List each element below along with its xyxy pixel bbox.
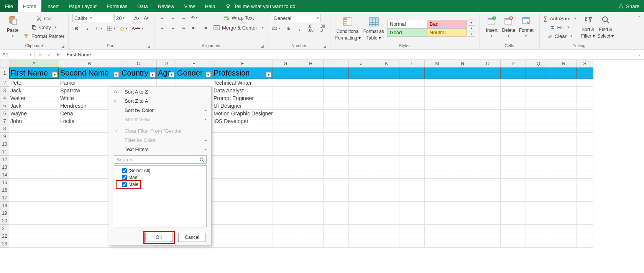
cell-P7[interactable]: [501, 117, 526, 125]
cell-Q20[interactable]: [526, 217, 551, 225]
copy-button[interactable]: Copy▾: [24, 23, 64, 31]
cell-M22[interactable]: [425, 232, 450, 240]
cell-H20[interactable]: [298, 217, 324, 225]
row-header-14[interactable]: 14: [0, 171, 9, 179]
tab-view[interactable]: View: [179, 0, 200, 12]
cell-N5[interactable]: [450, 102, 475, 110]
cell-L15[interactable]: [399, 179, 425, 186]
row-header-16[interactable]: 16: [0, 186, 9, 194]
cell-O14[interactable]: [475, 171, 501, 179]
tab-formulas[interactable]: Formulas: [102, 0, 132, 12]
column-header-M[interactable]: M: [425, 60, 450, 67]
cell-N17[interactable]: [450, 194, 475, 202]
cell-F17[interactable]: [212, 194, 273, 202]
select-all-corner[interactable]: [0, 60, 9, 67]
cell-O4[interactable]: [475, 94, 501, 102]
cell-I10[interactable]: [324, 140, 349, 148]
cell-F14[interactable]: [212, 171, 273, 179]
row-header-4[interactable]: 4: [0, 94, 9, 102]
cell-G1[interactable]: [273, 67, 298, 79]
cell-G16[interactable]: [273, 186, 298, 194]
cell-G8[interactable]: [273, 125, 298, 133]
cell-G23[interactable]: [273, 240, 298, 248]
sort-filter-button[interactable]: Sort & Filter ▾: [579, 14, 597, 39]
cell-M21[interactable]: [425, 225, 450, 232]
styles-more[interactable]: ▿: [468, 31, 475, 37]
cell-style-bad[interactable]: Bad: [427, 20, 467, 28]
cell-N19[interactable]: [450, 209, 475, 217]
cell-G20[interactable]: [273, 217, 298, 225]
row-header-23[interactable]: 23: [0, 240, 9, 248]
cell-L1[interactable]: [399, 67, 425, 79]
column-header-G[interactable]: G: [273, 60, 298, 67]
cell-J1[interactable]: [349, 67, 374, 79]
cell-R2[interactable]: [551, 79, 577, 87]
tab-file[interactable]: File: [0, 0, 18, 12]
cell-Q2[interactable]: [526, 79, 551, 87]
cell-R16[interactable]: [551, 186, 577, 194]
cell-F7[interactable]: iOS Developer: [212, 117, 273, 125]
row-header-3[interactable]: 3: [0, 87, 9, 94]
cell-F15[interactable]: [212, 179, 273, 186]
cell-S13[interactable]: [577, 163, 593, 171]
cell-Q19[interactable]: [526, 209, 551, 217]
cell-J14[interactable]: [349, 171, 374, 179]
cell-O21[interactable]: [475, 225, 501, 232]
cell-O6[interactable]: [475, 110, 501, 117]
cell-F3[interactable]: Data Analyst: [212, 87, 273, 94]
tab-home[interactable]: Home: [18, 0, 41, 12]
cell-I16[interactable]: [324, 186, 349, 194]
cell-J2[interactable]: [349, 79, 374, 87]
cell-R10[interactable]: [551, 140, 577, 148]
filter-option-male[interactable]: Male: [117, 181, 140, 188]
sort-by-color-item[interactable]: Sort by Color▸: [109, 105, 211, 115]
paste-button[interactable]: Paste ▾: [4, 14, 21, 39]
cell-S15[interactable]: [577, 179, 593, 186]
cell-R20[interactable]: [551, 217, 577, 225]
cell-F11[interactable]: [212, 148, 273, 156]
cell-A5[interactable]: Jack: [9, 102, 59, 110]
align-center-button[interactable]: ≡: [169, 24, 177, 31]
row-header-15[interactable]: 15: [0, 179, 9, 186]
cell-H18[interactable]: [298, 202, 324, 209]
cell-F23[interactable]: [212, 240, 273, 248]
cell-G19[interactable]: [273, 209, 298, 217]
cell-K4[interactable]: [374, 94, 399, 102]
cell-S2[interactable]: [577, 79, 593, 87]
tab-review[interactable]: Review: [153, 0, 179, 12]
cell-G17[interactable]: [273, 194, 298, 202]
cell-Q21[interactable]: [526, 225, 551, 232]
row-header-11[interactable]: 11: [0, 148, 9, 156]
accounting-format-button[interactable]: [272, 25, 280, 32]
cell-I5[interactable]: [324, 102, 349, 110]
row-header-10[interactable]: 10: [0, 140, 9, 148]
cell-M18[interactable]: [425, 202, 450, 209]
tab-help[interactable]: Help: [200, 0, 220, 12]
cell-O1[interactable]: [475, 67, 501, 79]
cell-N15[interactable]: [450, 179, 475, 186]
cell-L20[interactable]: [399, 217, 425, 225]
cell-style-neutral[interactable]: Neutral: [427, 28, 467, 37]
cell-R21[interactable]: [551, 225, 577, 232]
cell-F10[interactable]: [212, 140, 273, 148]
cell-I3[interactable]: [324, 87, 349, 94]
clear-button[interactable]: Clear▾: [544, 32, 576, 40]
cut-button[interactable]: Cut: [24, 15, 64, 22]
cell-G14[interactable]: [273, 171, 298, 179]
cell-H2[interactable]: [298, 79, 324, 87]
cell-R6[interactable]: [551, 110, 577, 117]
cell-G13[interactable]: [273, 163, 298, 171]
cell-H13[interactable]: [298, 163, 324, 171]
cell-Q11[interactable]: [526, 148, 551, 156]
cell-F9[interactable]: [212, 133, 273, 140]
column-header-R[interactable]: R: [551, 60, 577, 67]
cell-N3[interactable]: [450, 87, 475, 94]
cell-B1[interactable]: Second Name▾: [59, 67, 120, 79]
cell-L21[interactable]: [399, 225, 425, 232]
cell-M3[interactable]: [425, 87, 450, 94]
cell-S18[interactable]: [577, 202, 593, 209]
cell-H1[interactable]: [298, 67, 324, 79]
cell-R13[interactable]: [551, 163, 577, 171]
cell-A21[interactable]: [9, 225, 59, 232]
cell-D2[interactable]: [157, 79, 176, 87]
